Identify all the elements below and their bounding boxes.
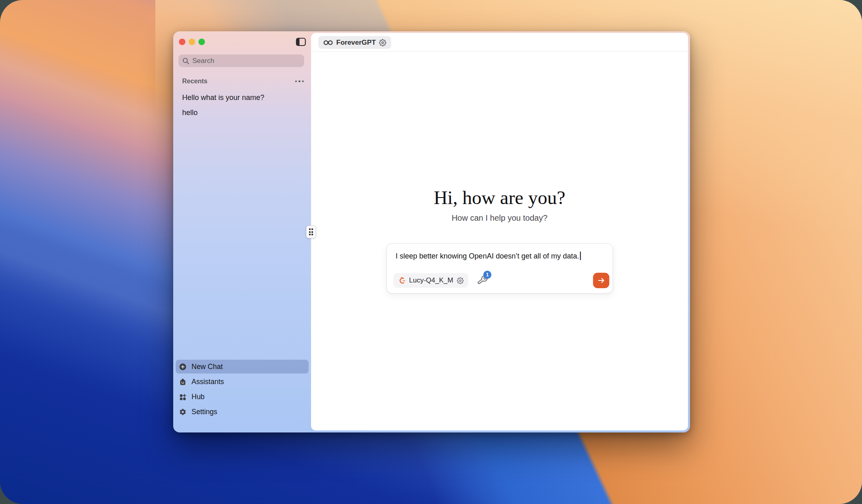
recent-chat-item[interactable]: Hello what is your name? (182, 93, 264, 102)
search-input[interactable]: Search (178, 54, 304, 67)
tools-button[interactable]: 1 (477, 274, 489, 287)
sidebar-toggle-icon[interactable] (296, 37, 306, 47)
infinity-icon (323, 40, 333, 46)
composer-controls: Lucy-Q4_K_M 1 (393, 273, 609, 288)
sidebar-item-label: New Chat (192, 363, 223, 371)
sidebar-item-label: Hub (192, 393, 205, 401)
message-input-value: I sleep better knowing OpenAI doesn’t ge… (396, 252, 579, 260)
arrow-right-icon (597, 276, 605, 285)
sidebar-item-settings[interactable]: Settings (176, 405, 309, 419)
send-button[interactable] (593, 273, 609, 288)
app-window: Search Recents Hello what is your name? … (173, 31, 690, 432)
llama-icon (398, 277, 405, 285)
sidebar-bottom-nav: New Chat Assistants (176, 360, 309, 419)
recents-menu-icon[interactable] (295, 79, 304, 84)
sidebar: Search Recents Hello what is your name? … (173, 31, 311, 432)
model-selector[interactable]: Lucy-Q4_K_M (393, 273, 468, 288)
close-button[interactable] (179, 39, 185, 45)
search-placeholder: Search (192, 57, 214, 65)
minimize-button[interactable] (189, 39, 195, 45)
sidebar-item-hub[interactable]: Hub (176, 390, 309, 404)
greeting-headline: Hi, how are you? (311, 187, 688, 209)
recent-chat-item[interactable]: hello (182, 109, 198, 117)
desktop: Search Recents Hello what is your name? … (0, 0, 862, 504)
sidebar-item-assistants[interactable]: Assistants (176, 375, 309, 389)
tab-settings-gear-icon[interactable] (379, 39, 386, 46)
tab-bar: ForeverGPT (311, 33, 688, 52)
drag-dots-icon (309, 228, 313, 235)
model-settings-gear-icon[interactable] (457, 277, 464, 284)
message-composer: I sleep better knowing OpenAI doesn’t ge… (386, 243, 613, 293)
window-controls (179, 39, 205, 45)
sidebar-item-label: Settings (192, 408, 217, 416)
zoom-button[interactable] (198, 39, 205, 45)
hub-icon (179, 393, 187, 401)
sidebar-resize-handle[interactable] (306, 226, 316, 238)
recents-header-row: Recents (182, 78, 304, 85)
sidebar-item-new-chat[interactable]: New Chat (176, 360, 309, 374)
gear-icon (179, 408, 187, 416)
tab-title: ForeverGPT (336, 39, 376, 47)
text-caret (580, 252, 581, 260)
assistant-icon (179, 378, 187, 386)
search-icon (182, 57, 189, 65)
sidebar-item-label: Assistants (192, 378, 224, 386)
model-name: Lucy-Q4_K_M (409, 276, 453, 285)
message-input[interactable]: I sleep better knowing OpenAI doesn’t ge… (387, 244, 612, 261)
recents-header: Recents (182, 78, 207, 85)
main-panel: ForeverGPT Hi, how are you? How can I he… (311, 33, 688, 430)
greeting-subtitle: How can I help you today? (311, 213, 688, 223)
tools-count-badge: 1 (483, 271, 492, 279)
tab-forevergpt[interactable]: ForeverGPT (318, 36, 391, 49)
plus-circle-icon (179, 363, 187, 371)
